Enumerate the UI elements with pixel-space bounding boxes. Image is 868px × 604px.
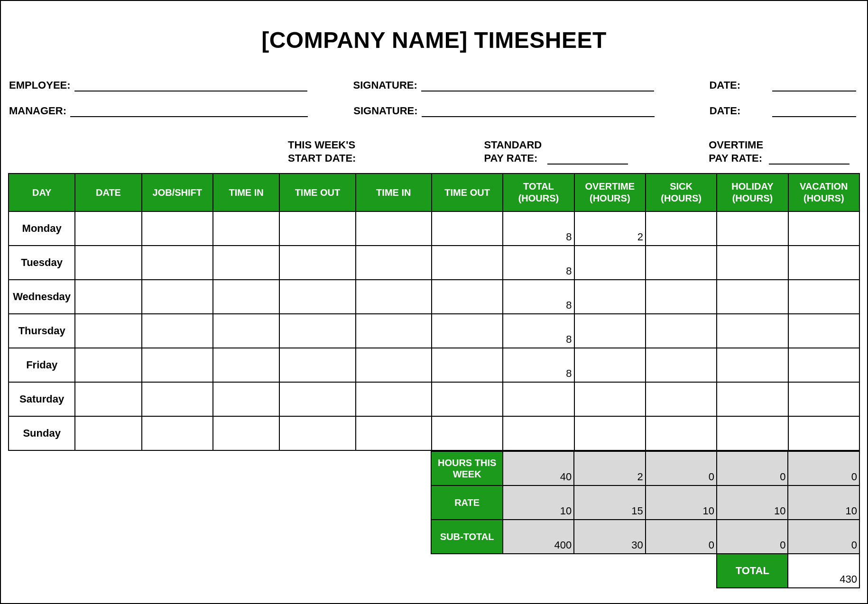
total-hours-cell[interactable]: 8 (503, 246, 574, 280)
time-out-2-cell[interactable] (432, 382, 503, 416)
holiday-hours-cell[interactable] (717, 416, 788, 450)
time-in-2-cell[interactable] (356, 416, 432, 450)
employee-signature-line[interactable] (421, 91, 655, 92)
sick-hours-cell[interactable] (646, 211, 717, 246)
total-hours-cell[interactable] (503, 416, 574, 450)
vacation-hours-cell[interactable] (788, 314, 859, 348)
time-in-1-cell[interactable] (213, 416, 279, 450)
total-hours-cell[interactable]: 8 (503, 211, 574, 246)
overtime-hours-cell[interactable] (574, 280, 646, 314)
time-out-2-cell[interactable] (432, 314, 503, 348)
job-shift-cell[interactable] (142, 348, 213, 382)
time-out-2-cell[interactable] (432, 211, 503, 246)
time-out-1-cell[interactable] (279, 348, 355, 382)
time-in-2-cell[interactable] (356, 382, 432, 416)
date-cell[interactable] (75, 211, 141, 246)
job-shift-cell[interactable] (142, 314, 213, 348)
job-shift-cell[interactable] (142, 280, 213, 314)
time-out-1-cell[interactable] (279, 246, 355, 280)
date-cell[interactable] (75, 416, 141, 450)
subtotal-total[interactable]: 400 (503, 520, 574, 554)
overtime-rate-line[interactable] (769, 164, 850, 165)
time-in-1-cell[interactable] (213, 280, 279, 314)
time-out-1-cell[interactable] (279, 416, 355, 450)
manager-field-line[interactable] (70, 116, 308, 117)
time-in-1-cell[interactable] (213, 382, 279, 416)
overtime-hours-cell[interactable] (574, 246, 646, 280)
sick-hours-cell[interactable] (646, 314, 717, 348)
manager-date-line[interactable] (772, 116, 856, 117)
vacation-hours-cell[interactable] (788, 348, 859, 382)
time-in-2-cell[interactable] (356, 280, 432, 314)
time-out-1-cell[interactable] (279, 314, 355, 348)
rate-vacation[interactable]: 10 (788, 485, 859, 520)
job-shift-cell[interactable] (142, 211, 213, 246)
time-in-1-cell[interactable] (213, 246, 279, 280)
employee-date-line[interactable] (772, 91, 856, 92)
job-shift-cell[interactable] (142, 416, 213, 450)
total-hours-cell[interactable]: 8 (503, 348, 574, 382)
time-out-1-cell[interactable] (279, 382, 355, 416)
date-cell[interactable] (75, 348, 141, 382)
time-out-1-cell[interactable] (279, 211, 355, 246)
time-out-1-cell[interactable] (279, 280, 355, 314)
overtime-hours-cell[interactable] (574, 348, 646, 382)
holiday-hours-cell[interactable] (717, 211, 788, 246)
hours-ot[interactable]: 2 (574, 451, 645, 485)
subtotal-vacation[interactable]: 0 (788, 520, 859, 554)
sick-hours-cell[interactable] (646, 382, 717, 416)
vacation-hours-cell[interactable] (788, 416, 859, 450)
rate-ot[interactable]: 15 (574, 485, 645, 520)
grand-total-value[interactable]: 430 (788, 554, 859, 588)
overtime-hours-cell[interactable]: 2 (574, 211, 646, 246)
job-shift-cell[interactable] (142, 382, 213, 416)
employee-field-line[interactable] (74, 91, 308, 92)
time-out-2-cell[interactable] (432, 280, 503, 314)
time-out-2-cell[interactable] (432, 416, 503, 450)
date-cell[interactable] (75, 246, 141, 280)
holiday-hours-cell[interactable] (717, 382, 788, 416)
holiday-hours-cell[interactable] (717, 348, 788, 382)
overtime-hours-cell[interactable] (574, 314, 646, 348)
sick-hours-cell[interactable] (646, 246, 717, 280)
holiday-hours-cell[interactable] (717, 314, 788, 348)
time-in-1-cell[interactable] (213, 314, 279, 348)
time-out-2-cell[interactable] (432, 246, 503, 280)
subtotal-holiday[interactable]: 0 (717, 520, 788, 554)
time-in-2-cell[interactable] (356, 211, 432, 246)
holiday-hours-cell[interactable] (717, 280, 788, 314)
total-hours-cell[interactable]: 8 (503, 280, 574, 314)
sick-hours-cell[interactable] (646, 348, 717, 382)
overtime-hours-cell[interactable] (574, 416, 646, 450)
vacation-hours-cell[interactable] (788, 280, 859, 314)
standard-rate-line[interactable] (547, 164, 628, 165)
hours-holiday[interactable]: 0 (717, 451, 788, 485)
manager-signature-line[interactable] (422, 116, 655, 117)
rate-sick[interactable]: 10 (646, 485, 717, 520)
time-in-2-cell[interactable] (356, 314, 432, 348)
hours-vacation[interactable]: 0 (788, 451, 859, 485)
hours-sick[interactable]: 0 (646, 451, 717, 485)
total-hours-cell[interactable] (503, 382, 574, 416)
sick-hours-cell[interactable] (646, 416, 717, 450)
subtotal-ot[interactable]: 30 (574, 520, 645, 554)
rate-holiday[interactable]: 10 (717, 485, 788, 520)
rate-total[interactable]: 10 (503, 485, 574, 520)
vacation-hours-cell[interactable] (788, 246, 859, 280)
subtotal-sick[interactable]: 0 (646, 520, 717, 554)
overtime-hours-cell[interactable] (574, 382, 646, 416)
time-in-1-cell[interactable] (213, 348, 279, 382)
date-cell[interactable] (75, 314, 141, 348)
time-in-2-cell[interactable] (356, 246, 432, 280)
vacation-hours-cell[interactable] (788, 211, 859, 246)
job-shift-cell[interactable] (142, 246, 213, 280)
vacation-hours-cell[interactable] (788, 382, 859, 416)
holiday-hours-cell[interactable] (717, 246, 788, 280)
date-cell[interactable] (75, 382, 141, 416)
date-cell[interactable] (75, 280, 141, 314)
time-in-1-cell[interactable] (213, 211, 279, 246)
hours-total[interactable]: 40 (503, 451, 574, 485)
time-out-2-cell[interactable] (432, 348, 503, 382)
total-hours-cell[interactable]: 8 (503, 314, 574, 348)
sick-hours-cell[interactable] (646, 280, 717, 314)
